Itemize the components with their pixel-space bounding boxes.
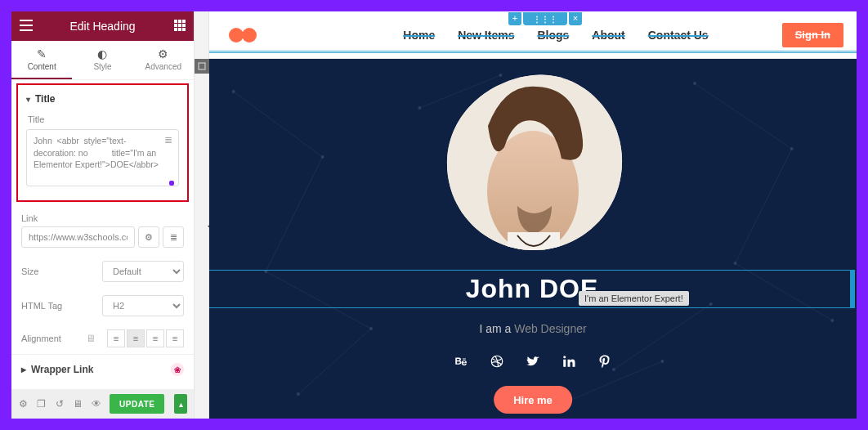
desktop-icon[interactable]: 🖥 [86,333,96,344]
site-nav: + ⋮⋮⋮ × Home New Items Blogs About Conta… [209,11,857,59]
add-section-icon[interactable]: + [508,12,521,25]
wrapper-link-section[interactable]: ▸ Wrapper Link ❀ [11,354,194,384]
nav-home[interactable]: Home [403,29,435,42]
hamburger-icon[interactable] [20,20,33,31]
preview-canvas: + ⋮⋮⋮ × Home New Items Blogs About Conta… [209,11,857,419]
pinterest-icon[interactable] [597,353,613,370]
align-right-button[interactable]: ≡ [146,329,164,347]
size-select[interactable]: Default [102,261,184,282]
link-input[interactable] [21,226,135,248]
social-icons [209,353,857,370]
svg-line-1 [234,92,323,157]
align-left-button[interactable]: ≡ [107,329,125,347]
widget-resize-handle[interactable] [850,271,855,307]
svg-point-15 [297,392,300,396]
svg-point-11 [232,90,235,93]
svg-point-18 [734,262,737,265]
svg-point-16 [693,82,696,85]
caret-down-icon: ▾ [26,95,30,104]
align-center-button[interactable]: ≡ [127,329,145,347]
dynamic-tag-icon[interactable]: ≣ [163,134,174,146]
gear-icon: ⚙ [145,232,153,243]
panel-gutter [195,11,209,419]
svg-point-22 [418,106,421,110]
nav-new-items[interactable]: New Items [458,29,514,42]
update-options-button[interactable]: ▴ [174,394,187,414]
svg-line-6 [736,149,792,263]
panel-header: Edit Heading [11,11,194,41]
title-textarea[interactable]: John <abbr style="text-decoration: no ti… [26,129,179,186]
ai-indicator-icon [169,181,174,186]
update-button[interactable]: UPDATE [110,394,164,414]
html-tag-select[interactable]: H2 [102,295,184,316]
contrast-icon: ◐ [72,47,132,62]
delete-section-icon[interactable]: × [569,12,582,25]
html-tag-label: HTML Tag [21,301,96,311]
profile-portrait [439,69,627,257]
selection-outline [209,51,857,52]
hire-me-button[interactable]: Hire me [494,386,572,414]
align-justify-button[interactable]: ≡ [166,329,184,347]
editor-panel: Edit Heading ✎ Content ◐ Style ⚙ Advance… [11,11,195,419]
svg-rect-0 [199,63,205,69]
linkedin-icon[interactable] [561,353,577,370]
alignment-buttons: ≡ ≡ ≡ ≡ [107,329,184,347]
panel-footer: ⚙ ❐ ↺ 🖥 👁 UPDATE ▴ [11,389,194,419]
drag-handle-icon[interactable]: ⋮⋮⋮ [533,15,557,24]
nav-about[interactable]: About [592,29,624,42]
structure-toggle-icon[interactable] [195,59,209,74]
svg-point-29 [491,356,503,367]
preview-icon[interactable]: 👁 [92,397,101,410]
svg-line-5 [695,83,792,149]
link-dynamic-button[interactable]: ≣ [163,226,184,248]
behance-icon[interactable] [453,353,469,370]
panel-tabs: ✎ Content ◐ Style ⚙ Advanced [11,41,194,80]
nav-blogs[interactable]: Blogs [537,29,569,42]
site-logo[interactable] [229,28,257,43]
section-edit-handle[interactable]: + ⋮⋮⋮ × [523,12,567,25]
navigator-icon[interactable]: ❐ [36,397,46,410]
abbr-tooltip: I'm an Elementor Expert! [579,291,689,306]
svg-rect-30 [563,360,566,367]
size-label: Size [21,267,96,276]
hero-section: John DOE I'm an Elementor Expert! I am a… [209,59,857,419]
svg-point-31 [563,356,566,358]
settings-icon[interactable]: ⚙ [18,397,28,410]
tab-advanced[interactable]: ⚙ Advanced [133,41,194,79]
link-options-button[interactable]: ⚙ [138,226,159,248]
link-label: Link [11,210,194,226]
heading-widget-selected[interactable]: John DOE [209,270,855,308]
svg-point-12 [321,155,324,159]
svg-point-17 [790,147,794,150]
hero-name: John DOE [209,274,855,304]
sign-in-button[interactable]: Sign In [782,23,843,47]
svg-rect-28 [508,232,560,257]
caret-right-icon: ▸ [21,364,26,375]
responsive-icon[interactable]: 🖥 [73,397,83,410]
selection-outline [209,52,857,53]
tagline: I am a Web Designer [209,322,857,335]
history-icon[interactable]: ↺ [55,397,65,410]
section-title-row[interactable]: ▾ Title [23,90,182,111]
tab-content[interactable]: ✎ Content [11,41,72,79]
alignment-label: Alignment [21,334,79,343]
gear-icon: ⚙ [133,47,194,62]
widgets-grid-icon[interactable] [174,20,186,31]
dynamic-tag-icon: ≣ [170,232,177,243]
svg-line-2 [266,157,322,271]
title-field-label: Title [23,111,182,128]
tab-style[interactable]: ◐ Style [72,41,132,79]
title-section-highlight: ▾ Title Title John <abbr style="text-dec… [16,83,189,202]
addon-badge-icon: ❀ [171,363,184,376]
panel-title: Edit Heading [69,20,135,33]
twitter-icon[interactable] [525,353,541,370]
pencil-icon: ✎ [11,47,72,62]
dribbble-icon[interactable] [489,353,505,370]
nav-contact[interactable]: Contact Us [648,29,709,42]
